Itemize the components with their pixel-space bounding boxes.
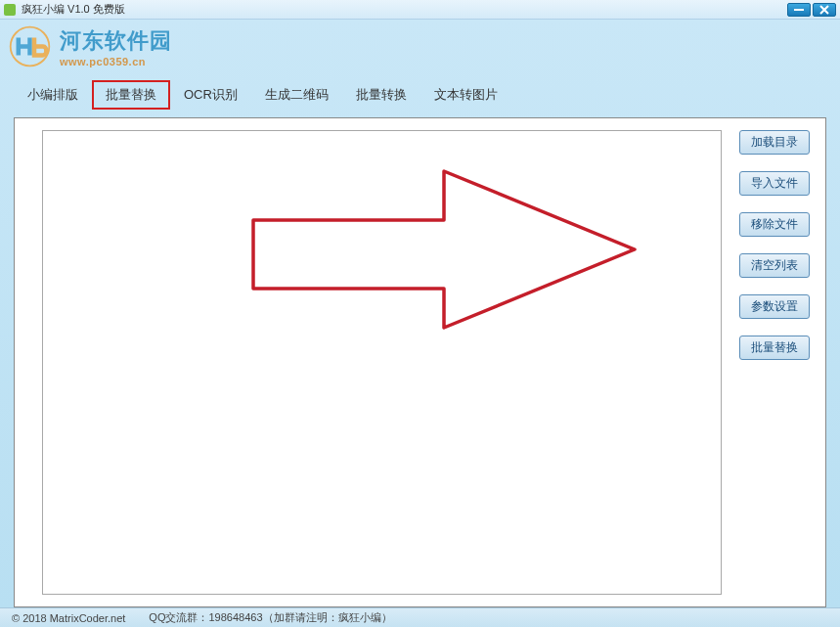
watermark: 河东软件园 www.pc0359.cn [8,24,172,68]
watermark-logo-icon [8,24,52,68]
parameter-settings-button[interactable]: 参数设置 [739,294,810,319]
batch-replace-button[interactable]: 批量替换 [739,336,810,360]
tab-text-to-image[interactable]: 文本转图片 [420,80,511,110]
qq-group: QQ交流群：198648463（加群请注明：疯狂小编） [149,610,391,625]
copyright: © 2018 MatrixCoder.net [12,612,125,624]
side-buttons: 加载目录 导入文件 移除文件 清空列表 参数设置 批量替换 [739,130,810,360]
app-icon [4,4,16,16]
minimize-button[interactable] [787,3,811,17]
tab-ocr[interactable]: OCR识别 [170,80,251,110]
clear-list-button[interactable]: 清空列表 [739,253,810,278]
window-title: 疯狂小编 V1.0 免费版 [22,2,787,17]
content-area: 河东软件园 www.pc0359.cn 小编排版 批量替换 OCR识别 生成二维… [0,20,840,607]
watermark-title: 河东软件园 [60,26,172,56]
tab-layout[interactable]: 小编排版 [14,80,92,110]
tab-qrcode[interactable]: 生成二维码 [251,80,342,110]
footer: © 2018 MatrixCoder.net QQ交流群：198648463（加… [0,607,840,627]
load-directory-button[interactable]: 加载目录 [739,130,810,155]
watermark-url: www.pc0359.cn [60,56,172,67]
main-panel: 加载目录 导入文件 移除文件 清空列表 参数设置 批量替换 [14,117,826,607]
tab-bar: 小编排版 批量替换 OCR识别 生成二维码 批量转换 文本转图片 [14,80,511,110]
tab-batch-replace[interactable]: 批量替换 [92,80,170,110]
tab-batch-convert[interactable]: 批量转换 [342,80,420,110]
svg-rect-0 [794,9,804,11]
arrow-annotation-icon [248,166,640,336]
import-file-button[interactable]: 导入文件 [739,171,810,196]
window-controls [787,3,836,17]
file-list[interactable] [42,130,722,595]
titlebar: 疯狂小编 V1.0 免费版 [0,0,840,20]
close-button[interactable] [813,3,836,17]
watermark-text: 河东软件园 www.pc0359.cn [60,26,172,67]
remove-file-button[interactable]: 移除文件 [739,212,810,237]
